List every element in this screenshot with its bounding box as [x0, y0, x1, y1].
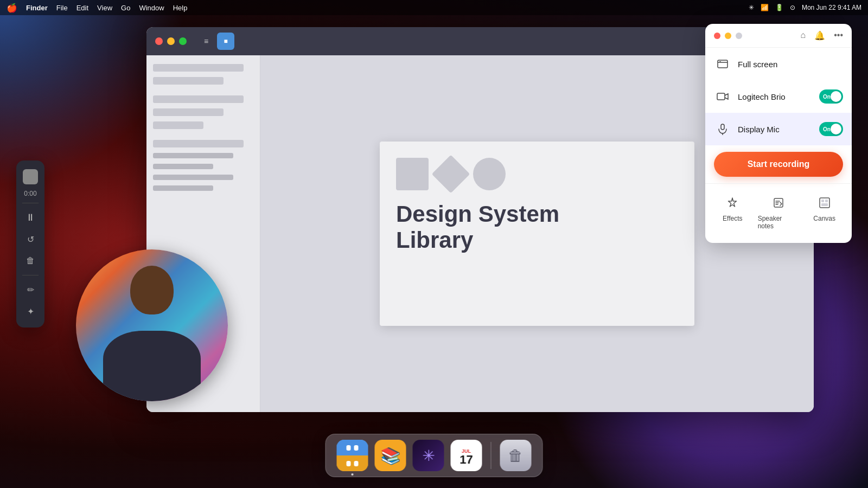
sidebar-placeholder-4 [153, 108, 224, 116]
menubar-control-center-icon[interactable]: ⊙ [790, 4, 795, 11]
ft-record-button[interactable] [21, 167, 40, 187]
effects-icon [726, 197, 738, 211]
menubar-wifi-icon[interactable]: 📶 [761, 4, 769, 11]
dock: 📚 ✳ JUL 17 🗑 [326, 434, 543, 477]
dock-indicator-finder [352, 473, 354, 476]
window-maximize-button[interactable] [179, 37, 187, 45]
ft-divider-1 [22, 203, 39, 203]
menu-view[interactable]: View [97, 4, 112, 12]
ft-divider-2 [22, 275, 39, 275]
panel-close-button[interactable] [714, 33, 720, 39]
dock-item-finder[interactable] [337, 440, 368, 471]
slide-icon-circle [473, 158, 506, 190]
toolbar-active-button[interactable]: ■ [217, 33, 234, 50]
calendar-icon: JUL 17 [451, 440, 482, 471]
dock-item-trash[interactable]: 🗑 [500, 440, 532, 471]
menu-window[interactable]: Window [139, 4, 164, 12]
panel-item-logitech[interactable]: Logitech Brio On [705, 80, 852, 113]
panel-item-fullscreen[interactable]: Full screen [705, 48, 852, 80]
window-minimize-button[interactable] [167, 37, 175, 45]
ft-delete-button[interactable]: 🗑 [21, 251, 40, 271]
panel-titlebar: ⌂ 🔔 ••• [705, 24, 852, 48]
ft-pause-button[interactable]: ⏸ [21, 208, 40, 227]
panel-divider [705, 183, 852, 184]
trash-icon: 🗑 [500, 440, 532, 471]
ft-undo-button[interactable]: ↺ [21, 229, 40, 249]
sidebar-bar-3 [153, 175, 233, 180]
menu-edit[interactable]: Edit [76, 4, 88, 12]
sidebar-bar-4 [153, 185, 213, 191]
person-head [130, 266, 174, 314]
panel-action-effects[interactable]: Effects [710, 192, 756, 234]
svg-rect-11 [821, 200, 824, 202]
ft-pen-button[interactable]: ✏ [21, 280, 40, 299]
display-mic-toggle-label: On [823, 126, 831, 132]
menubar-datetime: Mon Jun 22 9:41 AM [802, 4, 861, 11]
sidebar-placeholder-3 [153, 95, 244, 103]
panel-action-canvas[interactable]: Canvas [801, 192, 847, 234]
display-mic-toggle[interactable]: On [819, 122, 843, 136]
slide-icons [396, 158, 678, 190]
sidebar-placeholder-5 [153, 121, 203, 129]
effects-label: Effects [723, 215, 742, 222]
perplexity-icon: ✳ [413, 440, 444, 471]
svg-rect-10 [820, 198, 829, 208]
menu-file[interactable]: File [56, 4, 68, 12]
speaker-notes-icon [773, 197, 784, 211]
svg-rect-13 [821, 203, 828, 206]
panel-action-speaker-notes[interactable]: Speaker notes [756, 192, 802, 234]
panel-minimize-button[interactable] [725, 33, 731, 39]
menu-go[interactable]: Go [121, 4, 130, 12]
window-traffic-lights [155, 37, 187, 45]
app-menu-finder[interactable]: Finder [26, 4, 48, 12]
sidebar-bar-2 [153, 164, 213, 169]
display-mic-label: Display Mic [738, 125, 813, 134]
canvas-icon [819, 197, 831, 211]
ft-effects-button[interactable]: ✦ [21, 301, 40, 321]
dock-item-books[interactable]: 📚 [375, 440, 406, 471]
logitech-toggle[interactable]: On [819, 89, 843, 104]
logitech-label: Logitech Brio [738, 92, 813, 101]
window-close-button[interactable] [155, 37, 163, 45]
toolbar-hamburger-icon[interactable]: ≡ [200, 35, 213, 48]
finder-icon [337, 440, 368, 471]
display-mic-toggle-knob [831, 124, 841, 134]
fullscreen-icon [714, 55, 731, 73]
logitech-toggle-knob [831, 91, 841, 102]
panel-more-icon[interactable]: ••• [834, 30, 843, 41]
person-body [103, 331, 201, 401]
mic-icon [714, 120, 731, 138]
slide-icon-diamond [432, 155, 470, 194]
dock-item-calendar[interactable]: JUL 17 [451, 440, 482, 471]
fullscreen-label: Full screen [738, 60, 843, 69]
panel-item-display-mic[interactable]: Display Mic On [705, 113, 852, 145]
slide-title: Design System Library [396, 201, 678, 254]
slide-preview: Design System Library [380, 142, 694, 326]
panel-home-icon[interactable]: ⌂ [801, 30, 806, 41]
panel-bottom-actions: Effects Speaker notes [705, 186, 852, 243]
start-recording-label: Start recording [748, 159, 810, 169]
calendar-day: 17 [459, 454, 473, 466]
window-toolbar: ≡ ■ [200, 33, 234, 50]
speaker-notes-label: Speaker notes [758, 215, 800, 230]
sidebar-placeholder-6 [153, 140, 244, 147]
dock-separator [491, 442, 492, 469]
slide-icon-square [396, 158, 429, 190]
panel-bell-icon[interactable]: 🔔 [814, 30, 825, 41]
floating-toolbar: 0:00 ⏸ ↺ 🗑 ✏ ✦ [16, 160, 44, 328]
menubar-battery-icon[interactable]: 🔋 [775, 4, 783, 11]
canvas-label: Canvas [813, 215, 835, 222]
svg-rect-12 [825, 200, 828, 202]
dock-item-perplexity[interactable]: ✳ [413, 440, 444, 471]
svg-rect-2 [719, 61, 721, 62]
menubar: 🍎 Finder File Edit View Go Window Help ✳… [0, 0, 868, 15]
apple-menu[interactable]: 🍎 [7, 3, 17, 13]
svg-rect-3 [717, 93, 725, 100]
menu-help[interactable]: Help [173, 4, 188, 12]
menubar-spotlight-icon[interactable]: ✳ [749, 4, 754, 11]
logitech-toggle-label: On [823, 94, 831, 100]
camera-bubble [76, 249, 228, 401]
svg-rect-4 [721, 124, 724, 130]
start-recording-button[interactable]: Start recording [714, 152, 843, 177]
panel-zoom-button[interactable] [736, 33, 742, 39]
